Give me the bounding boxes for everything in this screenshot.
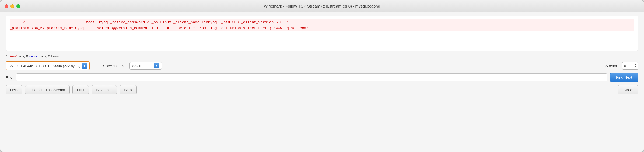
help-button[interactable]: Help — [6, 85, 22, 94]
stream-down-arrow[interactable]: ▼ — [634, 66, 636, 68]
stream-spin-arrows[interactable]: ▲ ▼ — [634, 63, 636, 68]
data-format-value: ASCII — [132, 64, 153, 68]
maximize-traffic-light[interactable] — [16, 4, 20, 8]
find-next-button[interactable]: Find Next — [610, 73, 638, 82]
client-text: client — [9, 54, 17, 58]
stream-number-control[interactable]: 0 ▲ ▼ — [622, 62, 638, 70]
controls-row: 127.0.0.1:40446 → 127.0.0.1:3306 (272 by… — [6, 61, 638, 70]
window-title: Wireshark · Follow TCP Stream (tcp.strea… — [264, 4, 380, 8]
content-area: ......?............................root.… — [0, 12, 644, 152]
find-row: Find: Find Next — [6, 73, 638, 82]
find-label: Find: — [6, 75, 13, 80]
chevron-down-icon: ▼ — [155, 64, 158, 67]
back-button[interactable]: Back — [120, 85, 137, 94]
server-text: server — [29, 54, 39, 58]
stream-direction-arrow[interactable]: ▼ — [82, 63, 88, 69]
find-input[interactable] — [16, 73, 607, 81]
stream-direction-value: 127.0.0.1:40446 → 127.0.0.1:3306 (272 by… — [8, 64, 80, 68]
chevron-down-icon: ▼ — [83, 64, 86, 67]
minimize-traffic-light[interactable] — [10, 4, 14, 8]
show-data-label: Show data as — [103, 64, 124, 68]
buttons-row: Help Filter Out This Stream Print Save a… — [6, 85, 638, 94]
stream-text: ......?............................root.… — [10, 19, 634, 31]
stats-row: 4 client pkts, 0 server pkts, 0 turns. — [6, 54, 638, 59]
save-as-button[interactable]: Save as... — [92, 85, 117, 94]
close-button[interactable]: Close — [618, 85, 638, 94]
close-traffic-light[interactable] — [5, 4, 8, 8]
main-window: Wireshark · Follow TCP Stream (tcp.strea… — [0, 0, 644, 152]
titlebar: Wireshark · Follow TCP Stream (tcp.strea… — [0, 0, 644, 12]
data-format-arrow[interactable]: ▼ — [154, 63, 159, 68]
filter-out-button[interactable]: Filter Out This Stream — [25, 85, 70, 94]
stream-number-value: 0 — [624, 64, 633, 68]
data-format-selector[interactable]: ASCII ▼ — [130, 62, 162, 70]
stream-label: Stream — [606, 64, 617, 68]
print-button[interactable]: Print — [72, 85, 89, 94]
stream-display[interactable]: ......?............................root.… — [6, 16, 638, 51]
traffic-lights — [5, 4, 20, 8]
stream-direction-selector[interactable]: 127.0.0.1:40446 → 127.0.0.1:3306 (272 by… — [6, 61, 90, 70]
